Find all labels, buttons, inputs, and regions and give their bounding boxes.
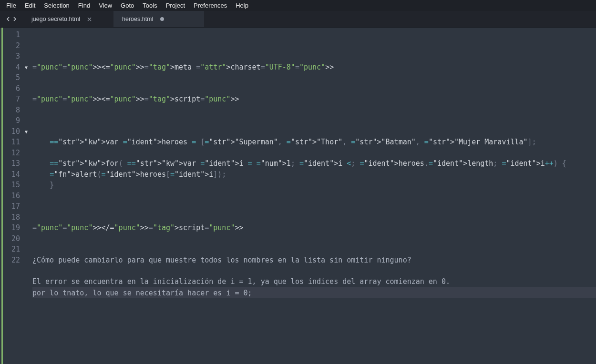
menu-selection[interactable]: Selection (40, 0, 73, 11)
code-line[interactable]: por lo tnato, lo que se necesitaría hace… (32, 287, 596, 298)
code-line[interactable]: =="str">"kw">for( =="str">"kw">var ="ide… (32, 158, 596, 169)
tab-heroes[interactable]: heroes.html (113, 11, 204, 27)
close-icon[interactable] (87, 17, 92, 21)
line-number: 4 (1, 62, 31, 73)
nav-forward-icon[interactable] (12, 16, 17, 23)
code-line[interactable] (32, 233, 596, 244)
code-line[interactable] (32, 201, 596, 212)
line-number: 3 (1, 51, 31, 62)
code-line[interactable]: =="str">"kw">var ="ident">heroes = [="st… (32, 137, 596, 148)
menu-preferences[interactable]: Preferences (189, 0, 231, 11)
line-number: 20 (1, 233, 31, 244)
line-number: 12 (1, 148, 31, 159)
line-number: 7 (1, 94, 31, 105)
code-line[interactable]: ="punc"="punc">><="punc">>="tag">meta ="… (32, 62, 596, 73)
line-number: 15 (1, 180, 31, 191)
code-line[interactable] (32, 244, 596, 255)
line-number: 19 (1, 222, 31, 233)
menu-help[interactable]: Help (231, 0, 253, 11)
code-line[interactable] (32, 72, 596, 83)
tab-label: juego secreto.html (31, 16, 80, 22)
line-number: 8 (1, 105, 31, 116)
menu-project[interactable]: Project (162, 0, 189, 11)
line-number: 6 (1, 83, 31, 94)
dirty-indicator-icon[interactable] (160, 17, 164, 21)
code-line[interactable] (32, 148, 596, 159)
tab-juego-secreto[interactable]: juego secreto.html (23, 11, 113, 27)
menu-find[interactable]: Find (74, 0, 94, 11)
text-cursor (252, 288, 253, 297)
code-editor[interactable]: 12345678910111213141516171819202122 ="pu… (0, 28, 596, 364)
line-number: 17 (1, 201, 31, 212)
code-area[interactable]: ="punc"="punc">><="punc">>="tag">meta ="… (31, 28, 596, 364)
tab-history-nav (0, 11, 23, 27)
code-line[interactable] (32, 105, 596, 116)
line-number: 16 (1, 191, 31, 202)
code-line[interactable] (32, 83, 596, 94)
menu-edit[interactable]: Edit (21, 0, 40, 11)
line-number: 13 (1, 158, 31, 169)
line-number: 9 (1, 115, 31, 126)
code-line[interactable] (32, 115, 596, 126)
nav-back-icon[interactable] (6, 16, 10, 23)
line-number: 10 (1, 126, 31, 137)
code-line[interactable]: ¿Cómo puede cambiarlo para que muestre t… (32, 255, 596, 266)
line-number: 1 (1, 30, 31, 40)
tab-strip: juego secreto.html heroes.html (0, 11, 596, 28)
code-line[interactable]: ="fn">alert(="ident">heroes[="ident">i])… (32, 169, 596, 180)
line-number: 2 (1, 40, 31, 51)
code-line[interactable] (32, 212, 596, 223)
line-number: 11 (1, 137, 31, 148)
code-line[interactable] (32, 265, 596, 276)
line-number: 14 (1, 169, 31, 180)
code-line[interactable]: ="punc"="punc">></="punc">>="tag">script… (32, 222, 596, 233)
code-line[interactable]: ="punc"="punc">><="punc">>="tag">script=… (32, 94, 596, 105)
menu-file[interactable]: File (2, 0, 21, 11)
line-number: 21 (1, 244, 31, 255)
line-number: 5 (1, 72, 31, 83)
tab-label: heroes.html (122, 16, 153, 22)
line-number-gutter: 12345678910111213141516171819202122 (0, 28, 31, 364)
code-line[interactable] (32, 126, 596, 137)
menu-view[interactable]: View (94, 0, 116, 11)
line-number: 18 (1, 212, 31, 223)
menu-goto[interactable]: Goto (116, 0, 138, 11)
menu-tools[interactable]: Tools (138, 0, 161, 11)
code-line[interactable]: El error se encuentra en la inicializaci… (32, 276, 596, 287)
code-line[interactable] (32, 191, 596, 202)
line-number: 22 (1, 255, 31, 266)
code-line[interactable]: } (32, 180, 596, 191)
menu-bar: File Edit Selection Find View Goto Tools… (0, 0, 596, 11)
